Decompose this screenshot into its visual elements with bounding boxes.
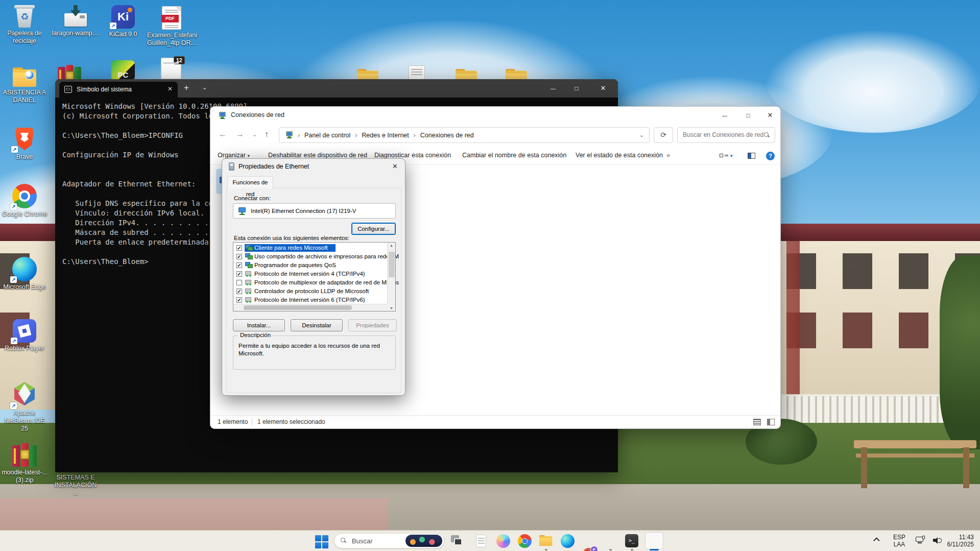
scroll-down-icon[interactable]: ▼ [390,306,393,310]
horizontal-scrollbar[interactable] [233,304,388,311]
item-count: 1 elemento [218,418,248,425]
scrollbar-thumb[interactable] [244,305,352,310]
taskbar-search[interactable]: Buscar [334,533,444,548]
time: 11:43 [947,534,974,541]
breadcrumb-item-control-panel[interactable]: Panel de control [304,132,350,139]
search-box[interactable]: Buscar en Conexiones de red [677,127,775,143]
taskbar-edge-button[interactable] [561,534,575,548]
list-item[interactable]: ✓ Protocolo de Internet versión 4 (TCP/I… [233,270,379,278]
preview-pane-icon [748,153,755,159]
breadcrumb-item-redes[interactable]: Redes e Internet [362,132,409,139]
scrollbar-thumb[interactable] [389,252,395,277]
network-tray-icon[interactable] [916,537,925,544]
tab-funciones-de-red[interactable]: Funciones de red [227,176,273,188]
forward-button[interactable]: → [236,130,244,139]
tab-close-icon[interactable]: ✕ [168,85,173,92]
desktop-icon-pdf-exam[interactable]: PDF Examen_Estefani Guillen_4tp OR... [147,6,196,47]
list-item[interactable]: ✓ Programador de paquetes QoS [233,261,379,270]
desktop-icon-asistencia-folder[interactable]: ASISTENCIA A DANIEL [0,67,49,104]
help-button[interactable]: ? [766,152,775,160]
desktop-icon-brave[interactable]: Brave [0,127,49,161]
taskbar-notepad-button[interactable] [474,534,488,548]
desktop-icon-roblox[interactable]: Roblox Player [0,319,49,352]
minimize-button[interactable] [541,79,565,98]
more-commands-button[interactable]: » [666,152,670,159]
details-view-button[interactable] [753,419,761,425]
desktop-icon-calendar-partial[interactable]: 12 [161,58,181,79]
desktop-icon-moodle-zip[interactable]: moodle-latest-... (3).zip [0,443,49,484]
checkbox[interactable] [236,280,242,285]
running-indicator [609,549,612,550]
desktop-icon-kicad[interactable]: Ki KiCad 9.0 [99,5,148,38]
properties-button[interactable]: Propiedades [348,319,397,331]
checkbox[interactable]: ✓ [236,289,242,294]
clock[interactable]: 11:43 6/11/2025 [947,534,974,548]
window-title: Conexiones de red [231,111,284,118]
roblox-icon [13,319,36,343]
desktop-icon-laragon[interactable]: laragon-wamp.... [51,5,100,37]
checkbox[interactable]: ✓ [236,271,242,277]
maximize-button[interactable] [736,107,760,124]
start-button[interactable] [315,534,329,548]
change-view-button[interactable]: ▾ [720,152,733,159]
breadcrumb-item-conexiones[interactable]: Conexiones de red [420,132,474,139]
preview-pane-button[interactable] [748,152,755,159]
chrome-icon [12,184,37,208]
address-dropdown-icon[interactable]: ⌄ [639,132,644,138]
organize-menu[interactable]: Organizar ▾ [218,152,250,159]
disable-device-button[interactable]: Deshabilitar este dispositivo de red [268,152,367,159]
taskbar-terminal-button[interactable]: >_ [625,534,639,548]
list-item[interactable]: ✓ Uso compartido de archivos e impresora… [233,252,379,261]
list-item[interactable]: ✓ Cliente para redes Microsoft [233,244,379,252]
install-button[interactable]: Instalar... [233,319,285,331]
terminal-tab-title: Símbolo del sistema [77,86,132,93]
checkbox[interactable]: ✓ [236,297,242,303]
view-status-button[interactable]: Ver el estado de esta conexión [576,152,663,159]
large-icons-view-button[interactable] [767,419,775,425]
desktop-icon-sistemas-label[interactable]: SISTEMAS E INSTALACIÓN ... [51,472,100,497]
terminal-tab[interactable]: C:\ Símbolo del sistema ✕ [59,82,178,98]
desktop-icon-recycle-bin[interactable]: ♻ Papelera de reciclaje [0,4,49,45]
up-button[interactable]: ↑ [265,130,269,139]
close-button[interactable] [760,107,780,124]
back-button[interactable]: ← [219,130,227,139]
chevron-down-icon: ▾ [247,153,250,158]
task-view-button[interactable] [450,534,464,548]
description-text: Permite a tu equipo acceder a los recurs… [238,342,380,357]
close-button[interactable]: ✕ [392,162,398,170]
refresh-button[interactable]: ⟳ [654,127,673,143]
checkbox[interactable]: ✓ [236,262,242,268]
search-highlight-image[interactable] [405,535,442,547]
close-button[interactable] [588,79,618,98]
recent-locations-icon[interactable]: ⌄ [252,131,257,138]
checkbox[interactable]: ✓ [236,245,242,251]
taskbar-chrome-button[interactable] [518,534,532,548]
vertical-scrollbar[interactable]: ▲ ▼ [387,243,395,311]
diagnose-connection-button[interactable]: Diagnosticar esta conexión [374,152,451,159]
hidden-icons-chevron[interactable] [873,537,880,544]
new-tab-button[interactable]: + [184,83,189,93]
language-indicator[interactable]: ESP LAA [893,534,905,548]
list-item[interactable]: Protocolo de multiplexor de adaptador de… [233,278,379,287]
network-items-list[interactable]: ✓ Cliente para redes Microsoft ✓ Uso com… [233,242,396,312]
running-indicator [588,549,590,550]
list-item[interactable]: ✓ Protocolo de Internet versión 6 (TCP/I… [233,296,379,304]
configure-button[interactable]: Configurar... [351,223,396,235]
tab-dropdown-icon[interactable]: ⌄ [202,84,207,91]
list-item[interactable]: ✓ Controlador de protocolo LLDP de Micro… [233,287,379,296]
maximize-button[interactable] [565,79,588,98]
taskbar-copilot-button[interactable] [496,534,510,548]
desktop-icon-edge[interactable]: Microsoft Edge [0,257,49,291]
volume-tray-icon[interactable] [933,537,941,544]
taskbar-explorer-button[interactable] [539,535,553,549]
breadcrumb[interactable]: › Panel de control › Redes e Internet › … [279,127,650,143]
scroll-up-icon[interactable]: ▲ [390,244,393,247]
minimize-button[interactable] [713,107,736,124]
desktop-icon-pc-partial[interactable]: PC [111,60,135,81]
checkbox[interactable]: ✓ [236,254,242,259]
uninstall-button[interactable]: Desinstalar [291,319,343,331]
desktop-icon-netbeans[interactable]: Apache NetBeans IDE 25 [0,382,49,433]
rename-connection-button[interactable]: Cambiar el nombre de esta conexión [462,152,566,159]
desktop-icon-chrome[interactable]: Google Chrome [0,184,49,218]
icon-label: Apache NetBeans IDE 25 [0,410,49,433]
